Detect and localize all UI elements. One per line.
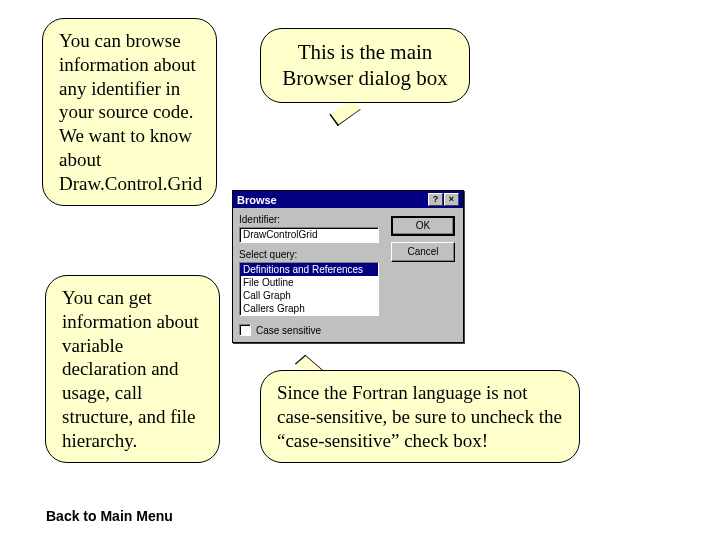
list-item-label: Call Graph <box>243 290 291 301</box>
list-item-label: File Outline <box>243 277 294 288</box>
callout-text: You can browse information about any ide… <box>59 30 202 194</box>
query-listbox[interactable]: Definitions and References File Outline … <box>239 262 379 316</box>
list-item[interactable]: Callers Graph <box>240 302 378 315</box>
dialog-title: Browse <box>237 194 428 206</box>
ok-label: OK <box>416 220 430 231</box>
dialog-titlebar[interactable]: Browse ? × <box>233 191 463 208</box>
callout-text: Since the Fortran language is not case-s… <box>277 382 562 451</box>
callout-case-sensitive: Since the Fortran language is not case-s… <box>260 370 580 463</box>
identifier-value: DrawControlGrid <box>243 229 317 240</box>
case-sensitive-label: Case sensitive <box>256 325 321 336</box>
callout-variable-info: You can get information about variable d… <box>45 275 220 463</box>
help-button[interactable]: ? <box>428 193 443 206</box>
list-item[interactable]: File Outline <box>240 276 378 289</box>
identifier-input[interactable]: DrawControlGrid <box>239 227 379 243</box>
browse-dialog: Browse ? × Identifier: DrawControlGrid S… <box>232 190 464 343</box>
ok-button[interactable]: OK <box>391 216 455 236</box>
case-sensitive-row: Case sensitive <box>239 324 457 336</box>
callout-browse-info: You can browse information about any ide… <box>42 18 217 206</box>
callout-text: You can get information about variable d… <box>62 287 199 451</box>
list-item-label: Callers Graph <box>243 303 305 314</box>
dialog-body: Identifier: DrawControlGrid Select query… <box>233 208 463 342</box>
list-item[interactable]: Call Graph <box>240 289 378 302</box>
titlebar-buttons: ? × <box>428 193 459 206</box>
cancel-button[interactable]: Cancel <box>391 242 455 262</box>
back-to-main-link[interactable]: Back to Main Menu <box>46 508 173 524</box>
cancel-label: Cancel <box>407 246 438 257</box>
callout-text: This is the main Browser dialog box <box>282 40 448 90</box>
callout-main-browser: This is the main Browser dialog box <box>260 28 470 103</box>
close-button[interactable]: × <box>444 193 459 206</box>
list-item[interactable]: Definitions and References <box>240 263 378 276</box>
list-item-label: Definitions and References <box>243 264 363 275</box>
close-icon: × <box>449 195 454 204</box>
back-link-label: Back to Main Menu <box>46 508 173 524</box>
case-sensitive-checkbox[interactable] <box>239 324 251 336</box>
help-icon: ? <box>433 195 439 204</box>
